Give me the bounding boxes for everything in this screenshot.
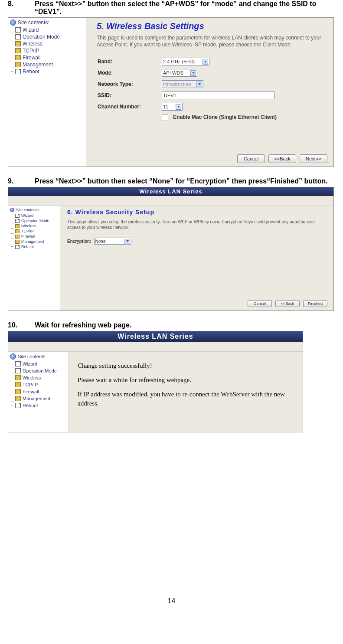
- ssid-label: SSID:: [98, 90, 161, 101]
- content-panel-1: 5. Wireless Basic Settings This page is …: [86, 18, 333, 167]
- finished-button[interactable]: Finished: [303, 300, 327, 307]
- sidebar-item[interactable]: Wizard: [15, 213, 59, 218]
- sidebar-item[interactable]: Reboot: [15, 402, 68, 409]
- app-title-bar: Wireless LAN Series: [8, 331, 303, 342]
- folder-icon: [15, 229, 20, 233]
- folder-icon: [15, 389, 21, 394]
- success-message: Change setting successfully!: [78, 361, 294, 370]
- sidebar-item-label: Wireless: [21, 224, 36, 228]
- cancel-button[interactable]: Cancel: [237, 154, 265, 163]
- folder-icon: [15, 375, 21, 380]
- sidebar-item[interactable]: TCP/IP: [15, 47, 85, 54]
- sidebar-item-label: Wizard: [23, 27, 39, 33]
- sidebar-item[interactable]: Management: [15, 61, 85, 68]
- band-value: 2.4 GHz (B+G): [163, 59, 195, 64]
- folder-icon: [15, 41, 21, 46]
- channel-value: 11: [163, 104, 168, 109]
- sidebar-root: Site contents:: [9, 353, 68, 360]
- sidebar-item[interactable]: Operation Mode: [15, 33, 85, 40]
- sidebar-item-label: Wizard: [23, 361, 37, 366]
- content-panel-3: Change setting successfully! Please wait…: [69, 352, 303, 432]
- back-button[interactable]: <<Back: [268, 154, 296, 163]
- chevron-down-icon: [177, 106, 180, 108]
- sidebar-item[interactable]: Management: [15, 239, 59, 244]
- page-icon: [15, 27, 21, 33]
- folder-icon: [15, 235, 20, 239]
- sidebar-item[interactable]: Firewall: [15, 388, 68, 395]
- button-row: Cancel <<Back Next>>: [237, 154, 327, 163]
- step-10: 10. Wait for refreshing web page.: [8, 321, 335, 329]
- back-button[interactable]: <<Back: [275, 300, 300, 307]
- sidebar-item[interactable]: Reboot: [15, 68, 85, 75]
- ssid-value: DEV1: [164, 93, 176, 98]
- mode-value: AP+WDS: [163, 70, 183, 75]
- sidebar-item[interactable]: Wireless: [15, 40, 85, 47]
- band-select[interactable]: 2.4 GHz (B+G): [162, 58, 209, 65]
- ssid-input[interactable]: DEV1: [162, 92, 274, 99]
- panel-desc: This page allows you setup the wireless …: [67, 219, 327, 230]
- sidebar-item[interactable]: Wireless: [15, 374, 68, 381]
- settings-form: Band: 2.4 GHz (B+G) Mode:: [97, 56, 280, 123]
- panel-title: 5. Wireless Basic Settings: [97, 21, 323, 31]
- cancel-button[interactable]: Cancel: [248, 300, 272, 307]
- sidebar-item[interactable]: Firewall: [15, 234, 59, 239]
- panel-title: 6. Wireless Security Setup: [67, 209, 327, 216]
- panel-desc: This page is used to configure the param…: [97, 35, 323, 48]
- mac-clone-label: Enable Mac Clone (Single Ethernet Client…: [173, 114, 277, 120]
- mode-label: Mode:: [98, 68, 161, 78]
- mac-clone-checkbox[interactable]: [162, 114, 168, 121]
- sidebar-root-label: Site contents:: [18, 354, 47, 359]
- encryption-select[interactable]: None: [94, 238, 131, 245]
- sidebar-item[interactable]: TCP/IP: [15, 229, 59, 234]
- sidebar-item[interactable]: Operation Mode: [15, 367, 68, 374]
- folder-icon: [15, 240, 20, 244]
- channel-label: Channel Number:: [98, 101, 161, 112]
- folder-icon: [15, 55, 21, 60]
- folder-icon: [15, 62, 21, 67]
- sidebar-item[interactable]: Wireless: [15, 223, 59, 229]
- sidebar-item-label: Reboot: [23, 403, 38, 408]
- folder-icon: [15, 382, 21, 387]
- sidebar-item[interactable]: Wizard: [15, 360, 68, 367]
- channel-select[interactable]: 11: [162, 103, 183, 111]
- chevron-down-icon: [126, 240, 129, 242]
- sidebar-root-label: Site contents:: [18, 20, 49, 26]
- nettype-label: Network Type:: [98, 79, 161, 89]
- ip-note: If IP address was modified, you have to …: [78, 390, 294, 408]
- sidebar-item-label: Reboot: [23, 69, 39, 75]
- sidebar-item-label: Reboot: [21, 245, 34, 249]
- sidebar-item[interactable]: Reboot: [15, 244, 59, 249]
- step-text: Press “Next>>” button then select the “A…: [35, 0, 335, 16]
- sidebar-item[interactable]: Management: [15, 395, 68, 402]
- nettype-value: Infrastructure: [163, 82, 191, 87]
- mode-select[interactable]: AP+WDS: [162, 69, 197, 77]
- page-icon: [15, 245, 20, 249]
- sidebar-item-label: Firewall: [23, 55, 40, 61]
- band-label: Band:: [98, 56, 161, 67]
- sidebar-item[interactable]: Operation Mode: [15, 218, 59, 223]
- sidebar: Site contents: WizardOperation ModeWirel…: [8, 352, 69, 432]
- next-button[interactable]: Next>>: [300, 154, 327, 163]
- screenshot-2: Wireless LAN Series Site contents: Wizar…: [8, 187, 334, 311]
- page-icon: [15, 403, 21, 408]
- page-icon: [15, 368, 21, 373]
- step-8: 8. Press “Next>>” button then select the…: [8, 0, 335, 16]
- sidebar-item-label: Wireless: [23, 375, 41, 380]
- chevron-down-icon: [198, 83, 201, 85]
- step-number: 9.: [8, 177, 35, 185]
- app-title-bar: Wireless LAN Series: [8, 187, 333, 196]
- folder-icon: [15, 396, 21, 401]
- sidebar-item[interactable]: Firewall: [15, 54, 85, 61]
- sidebar-item-label: Management: [23, 62, 53, 68]
- globe-icon: [10, 353, 16, 360]
- sidebar-item-label: Firewall: [21, 234, 35, 239]
- wait-message: Please wait a while for refreshing webpa…: [78, 376, 294, 385]
- sidebar-item[interactable]: Wizard: [15, 26, 85, 33]
- sidebar: Site contents: WizardOperation ModeWirel…: [8, 18, 86, 167]
- content-panel-2: 6. Wireless Security Setup This page all…: [60, 206, 333, 311]
- page-icon: [15, 214, 20, 218]
- step-9: 9. Press “Next>>” button then select “No…: [8, 177, 335, 185]
- screenshot-3: Wireless LAN Series Site contents: Wizar…: [8, 331, 303, 432]
- globe-icon: [10, 208, 14, 212]
- sidebar-item[interactable]: TCP/IP: [15, 381, 68, 388]
